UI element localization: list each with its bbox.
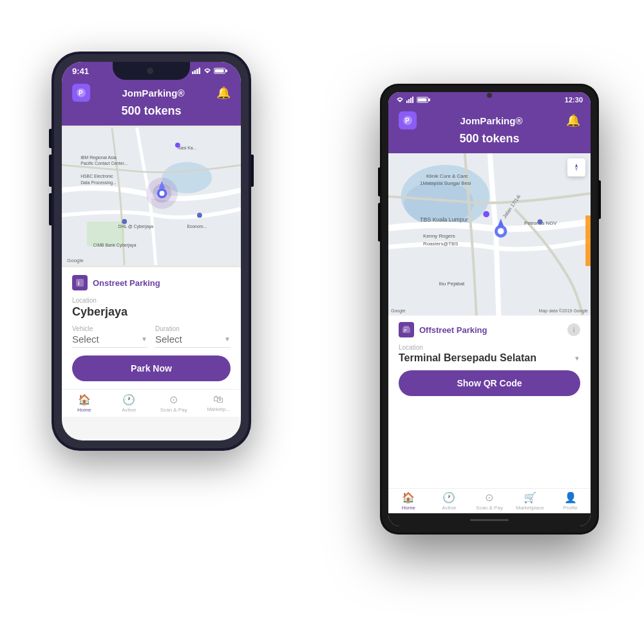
app-header-ios: P JomParking® 🔔 500 tokens <box>62 80 241 126</box>
svg-text:DHL @ Cyberjaya: DHL @ Cyberjaya <box>118 224 153 229</box>
svg-text:Data Processing...: Data Processing... <box>80 180 117 185</box>
nav-active-label-ios: Active <box>122 407 136 413</box>
nav-active-android[interactable]: 🕐 Active <box>429 491 469 511</box>
tokens-display-ios: 500 tokens <box>121 104 181 118</box>
nav-marketplace-ios[interactable]: 🛍 Marketp... <box>196 393 242 413</box>
app-title-ios: JomParking® <box>122 88 185 99</box>
location-label-ios: Location <box>72 297 231 304</box>
map-svg-android: Jalan 17/14i Klinik Cure & Care 1Malaysi… <box>388 153 591 316</box>
show-qr-button[interactable]: Show QR Code <box>399 370 580 396</box>
map-area-android: Jalan 17/14i Klinik Cure & Care 1Malaysi… <box>388 153 591 316</box>
phone-android-screen: 12:30 P JomParking® 🔔 500 <box>388 92 591 526</box>
duration-select-group: Duration Select ▼ <box>155 325 231 348</box>
duration-chevron-icon: ▼ <box>224 336 231 343</box>
vehicle-select-group: Vehicle Select ▼ <box>72 325 147 348</box>
svg-point-25 <box>175 142 180 147</box>
home-bar-indicator <box>470 519 509 521</box>
parking-type-label-android: Offstreet Parking <box>419 325 487 335</box>
svg-text:i: i <box>78 280 80 287</box>
parking-type-label-ios: Onstreet Parking <box>93 278 160 288</box>
volume-down-android <box>378 203 380 242</box>
svg-rect-2 <box>196 69 198 74</box>
nav-home-ios[interactable]: 🏠 Home <box>62 393 107 413</box>
app-header-android: P JomParking® 🔔 500 tokens <box>388 108 591 153</box>
profile-icon-android: 👤 <box>564 491 577 504</box>
marketplace-icon-ios: 🛍 <box>213 393 223 405</box>
vehicle-chevron-icon: ▼ <box>141 336 147 343</box>
power-button-android <box>599 180 601 219</box>
nav-home-label-ios: Home <box>77 407 91 413</box>
svg-rect-33 <box>412 97 413 103</box>
nav-marketplace-android[interactable]: 🛒 Marketplace <box>509 491 550 511</box>
svg-marker-56 <box>575 164 578 167</box>
volume-up-android <box>378 167 380 196</box>
nav-profile-label-android: Profile <box>563 505 578 511</box>
svg-text:IBM Regional Asia: IBM Regional Asia <box>80 155 117 160</box>
volume-up-button <box>49 155 52 187</box>
duration-select-box[interactable]: Select ▼ <box>155 334 231 348</box>
google-credit-android: Google <box>391 308 406 313</box>
phone-ios-screen: 9:41 <box>62 62 241 440</box>
nav-home-label-android: Home <box>402 505 415 511</box>
svg-rect-31 <box>408 99 410 103</box>
signal-icon-android <box>406 97 414 103</box>
svg-text:Nasi Ka...: Nasi Ka... <box>178 146 197 150</box>
header-row-android: P JomParking® 🔔 <box>399 111 580 129</box>
volume-down-button <box>49 193 52 225</box>
home-icon-ios: 🏠 <box>78 393 91 406</box>
compass-button[interactable] <box>567 158 585 176</box>
active-icon-ios: 🕐 <box>122 393 135 406</box>
phone-ios-frame: 9:41 <box>54 54 249 448</box>
scene: 9:41 <box>32 32 612 612</box>
vehicle-select-box[interactable]: Select ▼ <box>72 334 147 348</box>
nav-scan-label-android: Scan & Pay <box>476 505 503 511</box>
app-logo-android: P <box>399 111 417 129</box>
nav-scan-android[interactable]: ⊙ Scan & Pay <box>469 491 510 511</box>
svg-rect-5 <box>225 70 227 72</box>
svg-point-26 <box>122 219 127 224</box>
battery-icon <box>214 68 228 74</box>
location-value-ios: Cyberjaya <box>72 305 231 319</box>
nav-active-ios[interactable]: 🕐 Active <box>107 393 152 413</box>
duration-select-value: Select <box>155 334 182 345</box>
bottom-panel-android: P Offstreet Parking i Location Terminal … <box>388 316 591 488</box>
svg-text:Klinik Cure & Care: Klinik Cure & Care <box>426 173 468 179</box>
svg-text:Pacific Contact Center...: Pacific Contact Center... <box>80 161 128 166</box>
park-now-button[interactable]: Park Now <box>72 355 231 381</box>
location-dropdown-android[interactable]: Terminal Bersepadu Selatan ▼ <box>399 352 580 364</box>
nav-home-android[interactable]: 🏠 Home <box>388 491 429 511</box>
bottom-panel-ios: i Onstreet Parking Location Cyberjaya Ve… <box>62 267 241 389</box>
parking-type-row-ios: i Onstreet Parking <box>72 275 231 290</box>
notification-bell-android[interactable]: 🔔 <box>566 113 580 128</box>
svg-marker-57 <box>575 167 578 171</box>
map-credits-row: Google Map data ©2019 Google <box>391 308 588 313</box>
nav-scan-ios[interactable]: ⊙ Scan & Pay <box>151 393 196 413</box>
nav-profile-android[interactable]: 👤 Profile <box>550 491 591 511</box>
svg-text:Kenny Rogers: Kenny Rogers <box>423 233 455 239</box>
status-time-ios: 9:41 <box>72 66 89 76</box>
location-chevron-icon: ▼ <box>574 355 580 362</box>
svg-text:Roasters@TBS: Roasters@TBS <box>423 241 459 247</box>
header-row-ios: P JomParking® 🔔 <box>72 84 231 102</box>
svg-rect-28 <box>76 279 84 287</box>
svg-text:HSBC Electronic: HSBC Electronic <box>80 174 113 178</box>
home-icon-android: 🏠 <box>402 491 415 504</box>
svg-rect-6 <box>215 70 224 73</box>
android-home-bar <box>388 513 591 526</box>
svg-rect-30 <box>406 100 408 103</box>
scan-icon-ios: ⊙ <box>169 393 178 406</box>
info-button[interactable]: i <box>567 323 580 336</box>
logo-icon: P <box>76 88 86 98</box>
power-button <box>251 155 254 187</box>
svg-point-44 <box>498 228 504 234</box>
svg-text:CIMB Bank Cyberjaya: CIMB Bank Cyberjaya <box>93 243 137 248</box>
bottom-nav-ios: 🏠 Home 🕐 Active ⊙ Scan & Pay 🛍 Marketp..… <box>62 389 241 417</box>
map-area-ios: IBM Regional Asia Pacific Contact Center… <box>62 126 241 267</box>
logo-icon-android: P <box>402 115 413 126</box>
notification-bell-ios[interactable]: 🔔 <box>216 86 231 100</box>
front-camera-android <box>487 93 492 98</box>
svg-rect-3 <box>199 68 201 74</box>
app-title-android: JomParking® <box>460 115 523 126</box>
svg-text:Econom...: Econom... <box>187 224 207 229</box>
status-icons-ios <box>192 68 228 74</box>
